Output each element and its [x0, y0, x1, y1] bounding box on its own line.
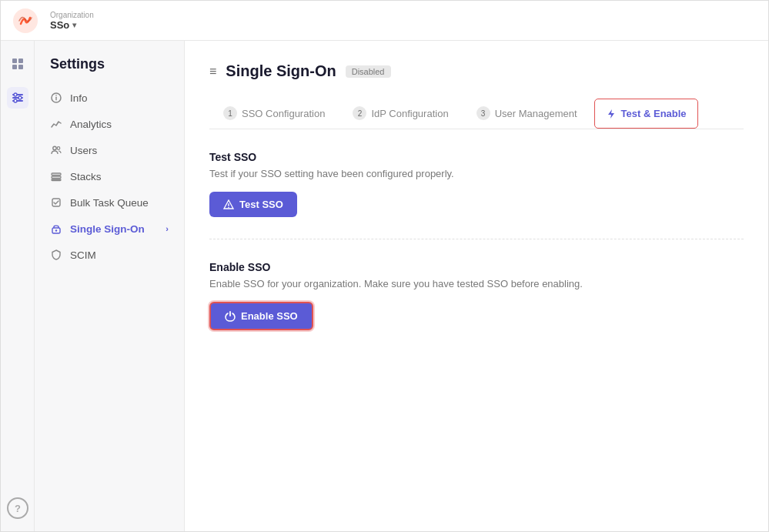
warning-icon [223, 199, 234, 210]
sidebar-item-scim-label: SCIM [70, 249, 96, 261]
svg-rect-17 [52, 176, 61, 179]
enable-sso-button[interactable]: Enable SSO [209, 302, 313, 330]
sidebar: Settings Info A [35, 41, 185, 531]
enable-sso-button-label: Enable SSO [241, 310, 298, 322]
page-header: ≡ Single Sign-On Disabled [209, 62, 744, 80]
shield-icon [50, 249, 62, 261]
chevron-down-icon: ▾ [72, 21, 76, 29]
svg-point-10 [14, 99, 17, 102]
grid-icon[interactable] [7, 53, 28, 75]
tab-idp-config[interactable]: 2 IdP Configuration [339, 99, 462, 129]
svg-point-13 [55, 95, 57, 96]
sidebar-item-sso[interactable]: Single Sign-On › [35, 216, 184, 242]
svg-rect-4 [18, 65, 23, 69]
sidebar-item-stacks[interactable]: Stacks [35, 163, 184, 189]
tab-number-1: 1 [223, 106, 237, 120]
lock-icon [50, 223, 62, 235]
hamburger-icon[interactable]: ≡ [209, 65, 216, 79]
svg-rect-18 [52, 179, 61, 181]
sidebar-item-bulk-label: Bulk Task Queue [70, 197, 149, 209]
bulk-task-icon [50, 196, 62, 209]
sidebar-item-info[interactable]: Info [35, 85, 184, 111]
svg-rect-1 [12, 59, 17, 63]
sidebar-item-stacks-label: Stacks [70, 171, 102, 182]
chevron-right-icon: › [166, 224, 169, 233]
sidebar-item-info-label: Info [70, 92, 88, 104]
svg-rect-16 [52, 173, 61, 176]
enable-sso-title: Enable SSO [209, 261, 744, 273]
lightning-icon [606, 109, 617, 119]
tabs: 1 SSO Configuration 2 IdP Configuration … [209, 99, 744, 129]
svg-point-23 [228, 206, 229, 208]
org-selector[interactable]: Organization SSo ▾ [50, 11, 94, 31]
sidebar-item-bulk-task-queue[interactable]: Bulk Task Queue [35, 189, 184, 216]
tab-label-test-enable: Test & Enable [621, 108, 687, 119]
svg-point-9 [18, 96, 22, 99]
tab-test-enable[interactable]: Test & Enable [594, 99, 698, 129]
tab-sso-config[interactable]: 1 SSO Configuration [209, 99, 339, 129]
sidebar-item-analytics[interactable]: Analytics [35, 111, 184, 137]
power-icon [225, 311, 236, 322]
tab-number-2: 2 [353, 106, 366, 120]
sidebar-item-users-label: Users [70, 145, 97, 156]
tab-user-management[interactable]: 3 User Management [463, 99, 591, 129]
icon-rail: ? [1, 41, 35, 531]
svg-point-8 [14, 93, 17, 96]
section-test-sso: Test SSO Test if your SSO setting have b… [209, 151, 744, 239]
svg-rect-3 [12, 65, 17, 69]
tab-label-idp-config: IdP Configuration [371, 108, 448, 119]
status-badge: Disabled [346, 65, 391, 78]
settings-rail-icon[interactable] [7, 87, 28, 109]
tab-number-3: 3 [476, 106, 490, 120]
analytics-icon [50, 118, 62, 130]
svg-rect-12 [55, 97, 56, 101]
sidebar-title: Settings [35, 56, 184, 85]
sidebar-item-users[interactable]: Users [35, 137, 184, 163]
section-enable-sso: Enable SSO Enable SSO for your organizat… [209, 261, 744, 352]
top-bar: Organization SSo ▾ [1, 1, 768, 41]
org-label: Organization [50, 11, 94, 19]
page-title: Single Sign-On [226, 62, 336, 80]
svg-point-21 [55, 229, 57, 231]
test-sso-desc: Test if your SSO setting have been confi… [209, 168, 744, 179]
org-name: SSo ▾ [50, 19, 94, 31]
help-icon[interactable]: ? [7, 497, 28, 519]
main-layout: ? Settings Info [1, 41, 768, 531]
users-icon [50, 144, 62, 156]
app-logo [13, 8, 38, 33]
svg-rect-2 [18, 59, 23, 63]
logo-area: Organization SSo ▾ [13, 8, 94, 33]
svg-point-14 [53, 146, 56, 149]
stacks-icon [50, 170, 62, 182]
info-icon [50, 92, 62, 104]
svg-point-15 [57, 147, 60, 150]
sidebar-item-scim[interactable]: SCIM [35, 242, 184, 268]
tab-label-user-management: User Management [495, 108, 577, 119]
enable-sso-desc: Enable SSO for your organization. Make s… [209, 278, 744, 289]
test-sso-button-label: Test SSO [239, 199, 283, 210]
sidebar-item-sso-label: Single Sign-On [70, 223, 145, 235]
main-content: ≡ Single Sign-On Disabled 1 SSO Configur… [185, 41, 768, 531]
sidebar-item-analytics-label: Analytics [70, 119, 112, 130]
test-sso-title: Test SSO [209, 151, 744, 163]
app-frame: Organization SSo ▾ [0, 0, 769, 532]
tab-label-sso-config: SSO Configuration [242, 108, 325, 119]
svg-rect-22 [228, 203, 229, 206]
test-sso-button[interactable]: Test SSO [209, 192, 297, 217]
